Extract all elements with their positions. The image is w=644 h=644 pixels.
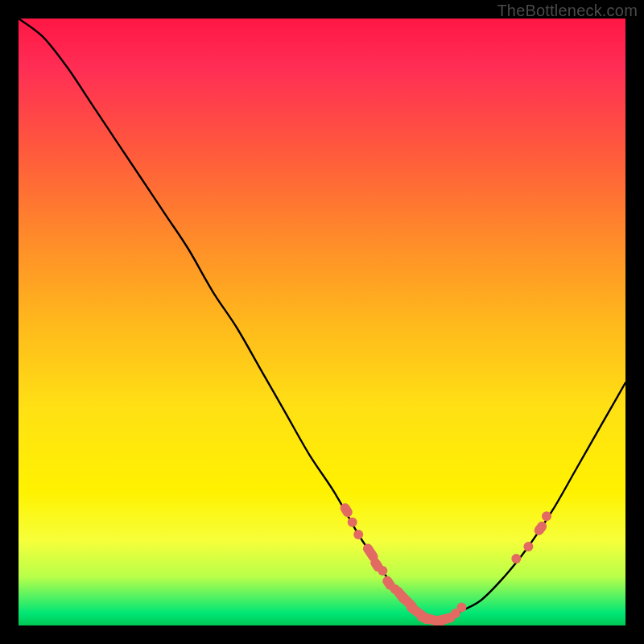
chart-svg — [19, 19, 625, 625]
curve-marker-dot — [456, 602, 466, 612]
curve-marker-dot — [542, 511, 551, 521]
watermark-text: TheBottleneck.com — [497, 2, 638, 20]
chart-frame — [19, 19, 625, 625]
curve-marker-dot — [348, 518, 357, 527]
curve-marker-dot — [523, 542, 533, 551]
curve-marker-dot — [511, 554, 521, 564]
curve-markers — [338, 502, 551, 625]
curve-marker-dot — [378, 566, 387, 576]
curve-marker-dot — [353, 530, 363, 539]
curve-marker-oblong — [532, 520, 548, 538]
